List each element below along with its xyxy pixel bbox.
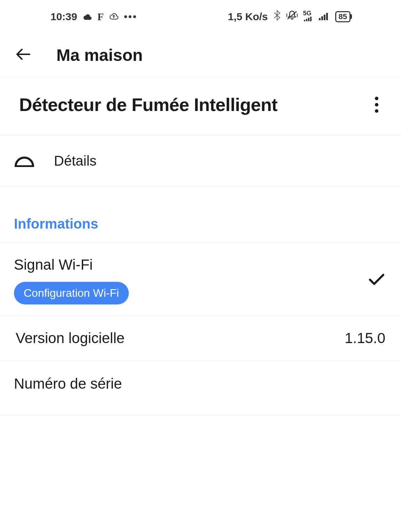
software-version-row[interactable]: Version logicielle 1.15.0 <box>0 316 401 361</box>
status-bar: 10:39 F ••• 1,5 Ko/s 5G 85 <box>0 0 401 33</box>
status-time: 10:39 <box>50 11 77 23</box>
page-title: Ma maison <box>56 46 143 65</box>
wifi-config-button[interactable]: Configuration Wi-Fi <box>14 282 129 304</box>
signal-icon <box>319 11 330 23</box>
back-button[interactable] <box>16 46 30 65</box>
svg-rect-1 <box>321 16 323 20</box>
wifi-signal-row[interactable]: Signal Wi-Fi Configuration Wi-Fi <box>0 243 401 316</box>
serial-number-row[interactable]: Numéro de série <box>0 361 401 415</box>
battery-icon: 85 <box>335 11 351 22</box>
cloud-upload-icon <box>109 11 119 23</box>
vibrate-mute-icon <box>286 10 298 23</box>
cloud-icon <box>82 11 92 23</box>
svg-rect-2 <box>324 15 325 20</box>
wifi-signal-label: Signal Wi-Fi <box>14 256 129 273</box>
gauge-icon <box>14 155 35 167</box>
details-label: Détails <box>54 153 96 169</box>
more-options-button[interactable] <box>371 93 382 116</box>
ellipsis-icon: ••• <box>124 11 137 22</box>
checkmark-icon <box>368 270 385 291</box>
informations-section-header: Informations <box>0 186 401 243</box>
data-rate: 1,5 Ko/s <box>228 11 268 23</box>
software-version-label: Version logicielle <box>16 330 125 347</box>
bluetooth-icon <box>273 10 281 23</box>
device-name: Détecteur de Fumée Intelligent <box>19 94 277 115</box>
details-row[interactable]: Détails <box>0 136 401 186</box>
status-left: 10:39 F ••• <box>50 11 137 23</box>
software-version-value: 1.15.0 <box>345 330 385 347</box>
app-f-icon: F <box>97 11 104 23</box>
wifi-row-left: Signal Wi-Fi Configuration Wi-Fi <box>14 256 129 304</box>
svg-rect-0 <box>319 18 321 20</box>
network-type: 5G <box>303 10 314 23</box>
app-header: Ma maison <box>0 33 401 78</box>
status-right: 1,5 Ko/s 5G 85 <box>228 10 351 23</box>
svg-rect-3 <box>326 13 328 20</box>
serial-number-label: Numéro de série <box>14 375 122 392</box>
device-header: Détecteur de Fumée Intelligent <box>0 78 401 136</box>
